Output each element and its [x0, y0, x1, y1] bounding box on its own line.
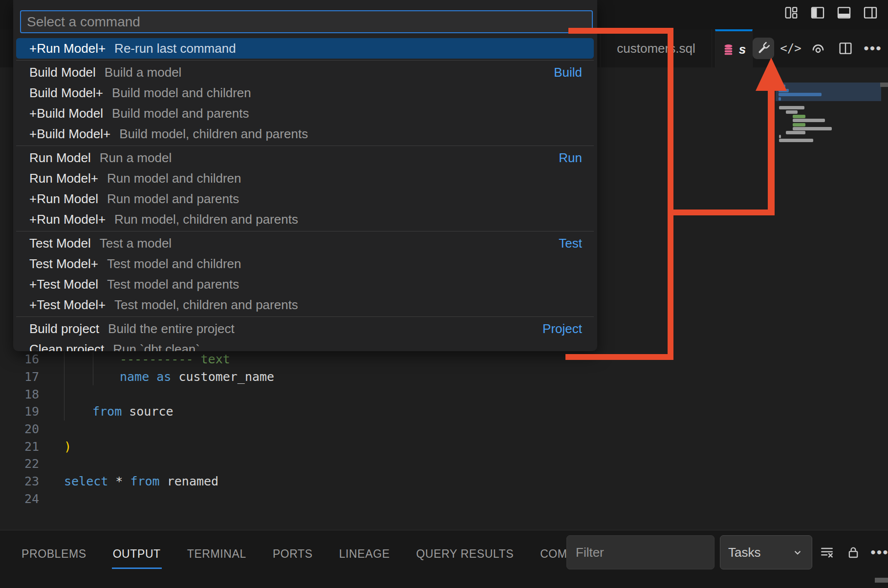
line-number: 19	[0, 404, 39, 419]
code-text: from source	[92, 404, 173, 419]
panel-tab-terminal[interactable]: TERMINAL	[186, 541, 247, 569]
command-item--test-model[interactable]: +Test ModelTest model and parents	[16, 274, 594, 294]
code-text: name as customer_name	[120, 370, 274, 384]
minimap-line	[786, 110, 798, 114]
minimap-line	[779, 139, 813, 142]
command-description: Run `dbt clean`	[113, 342, 582, 352]
panel-action-icons: •••	[817, 535, 888, 569]
toggle-sidebar-right-icon[interactable]	[863, 5, 878, 21]
command-item-test-model-[interactable]: Test Model+Test model and children	[16, 253, 594, 274]
tab-active-file[interactable]: s	[715, 29, 753, 67]
filter-input[interactable]	[566, 535, 715, 569]
chevron-down-icon	[791, 546, 804, 559]
command-description: Build the entire project	[108, 321, 542, 336]
command-item--build-model[interactable]: +Build ModelBuild model and parents	[16, 103, 594, 124]
panel-tab-output[interactable]: OUTPUT	[112, 541, 162, 569]
editor-scrollbar[interactable]	[880, 83, 888, 87]
database-icon	[722, 43, 735, 56]
bottom-panel: PROBLEMSOUTPUTTERMINALPORTSLINEAGEQUERY …	[0, 530, 888, 588]
command-item-clean-project[interactable]: Clean projectRun `dbt clean`	[16, 339, 594, 351]
code-line-21[interactable]: 21)	[0, 438, 776, 455]
command-label: +Build Model+	[29, 126, 110, 142]
command-item--build-model-[interactable]: +Build Model+Build model, children and p…	[16, 124, 594, 144]
command-description: Re-run last command	[114, 41, 582, 56]
annotation-arrowhead	[756, 58, 787, 91]
code-text: select * from renamed	[64, 474, 218, 488]
line-number: 18	[0, 387, 39, 401]
line-number: 17	[0, 370, 39, 384]
command-item--run-model[interactable]: +Run ModelRun model and parents	[16, 189, 594, 209]
code-line-17[interactable]: 17name as customer_name	[0, 368, 776, 386]
code-line-20[interactable]: 20	[0, 420, 776, 438]
command-group-link[interactable]: Project	[542, 321, 582, 336]
command-item--run-model-[interactable]: +Run Model+Re-run last command	[16, 38, 594, 59]
code-line-23[interactable]: 23select * from renamed	[0, 473, 776, 490]
command-item-test-model[interactable]: Test ModelTest a modelTest	[16, 233, 594, 253]
panel-scrollbar[interactable]	[875, 578, 888, 583]
tab-label: customers.sql	[617, 41, 695, 56]
lock-icon[interactable]	[844, 543, 863, 562]
line-number: 21	[0, 440, 39, 454]
clear-output-icon[interactable]	[817, 543, 837, 562]
wrench-icon[interactable]	[753, 38, 774, 59]
minimap[interactable]	[776, 83, 881, 210]
command-label: Build Model	[29, 65, 96, 80]
command-label: Test Model+	[29, 256, 98, 272]
code-line-24[interactable]: 24	[0, 490, 776, 508]
code-icon[interactable]: </>	[780, 38, 801, 59]
command-item-build-model-[interactable]: Build Model+Build model and children	[16, 83, 594, 103]
minimap-line	[793, 123, 805, 126]
panel-tab-problems[interactable]: PROBLEMS	[21, 541, 87, 569]
more-actions-icon[interactable]: •••	[862, 38, 884, 59]
tab-customers-sql[interactable]: customers.sql	[600, 29, 712, 67]
minimap-line	[779, 135, 781, 138]
panel-tab-query-results[interactable]: QUERY RESULTS	[415, 541, 515, 569]
minimap-line	[779, 93, 822, 96]
annotation-arrow-shaft	[768, 89, 775, 215]
command-list-separator	[16, 144, 594, 147]
command-description: Run model, children and parents	[114, 212, 582, 227]
more-icon[interactable]: •••	[870, 543, 888, 562]
toggle-panel-icon[interactable]	[836, 5, 852, 21]
command-item-build-project[interactable]: Build projectBuild the entire projectPro…	[16, 318, 594, 339]
code-line-22[interactable]: 22	[0, 455, 776, 473]
command-description: Build a model	[105, 65, 554, 80]
vscode-window: customers.sql s	[0, 0, 888, 588]
command-label: Clean project	[29, 342, 104, 352]
code-area[interactable]: 16---------- text17name as customer_name…	[0, 351, 776, 507]
command-item--test-model-[interactable]: +Test Model+Test model, children and par…	[16, 294, 594, 315]
code-line-19[interactable]: 19from source	[0, 403, 776, 420]
command-input[interactable]	[20, 10, 593, 33]
command-label: Run Model	[29, 150, 91, 166]
annotation-arrow-vertical-segment	[668, 28, 673, 360]
command-group-link[interactable]: Test	[559, 236, 582, 251]
code-line-18[interactable]: 18	[0, 385, 776, 403]
command-label: +Test Model+	[29, 297, 106, 313]
command-item-build-model[interactable]: Build ModelBuild a modelBuild	[16, 62, 594, 83]
command-label: +Run Model+	[29, 41, 106, 56]
command-description: Build model and parents	[112, 106, 582, 121]
command-group-link[interactable]: Build	[554, 65, 582, 80]
annotation-arrow-connector-segment	[671, 210, 775, 215]
command-group-link[interactable]: Run	[559, 150, 582, 166]
tab-label: s	[739, 42, 746, 57]
command-description: Run model and children	[107, 171, 582, 186]
panel-tab-ports[interactable]: PORTS	[272, 541, 314, 569]
command-label: Run Model+	[29, 171, 98, 186]
minimap-viewport[interactable]	[776, 83, 881, 101]
preview-icon[interactable]	[807, 38, 829, 59]
toggle-sidebar-left-icon[interactable]	[810, 5, 825, 21]
tasks-dropdown[interactable]: Tasks	[720, 535, 812, 569]
command-item-run-model[interactable]: Run ModelRun a modelRun	[16, 147, 594, 168]
command-label: +Test Model	[29, 277, 98, 292]
minimap-line	[779, 106, 804, 109]
split-editor-icon[interactable]	[835, 38, 856, 59]
command-description: Test a model	[100, 236, 559, 251]
command-label: +Run Model	[29, 191, 98, 207]
command-item-run-model-[interactable]: Run Model+Run model and children	[16, 168, 594, 189]
minimap-line	[793, 115, 805, 118]
panel-tab-lineage[interactable]: LINEAGE	[338, 541, 391, 569]
minimap-line	[779, 97, 781, 101]
customize-layout-icon[interactable]	[783, 5, 799, 21]
command-item--run-model-[interactable]: +Run Model+Run model, children and paren…	[16, 209, 594, 230]
